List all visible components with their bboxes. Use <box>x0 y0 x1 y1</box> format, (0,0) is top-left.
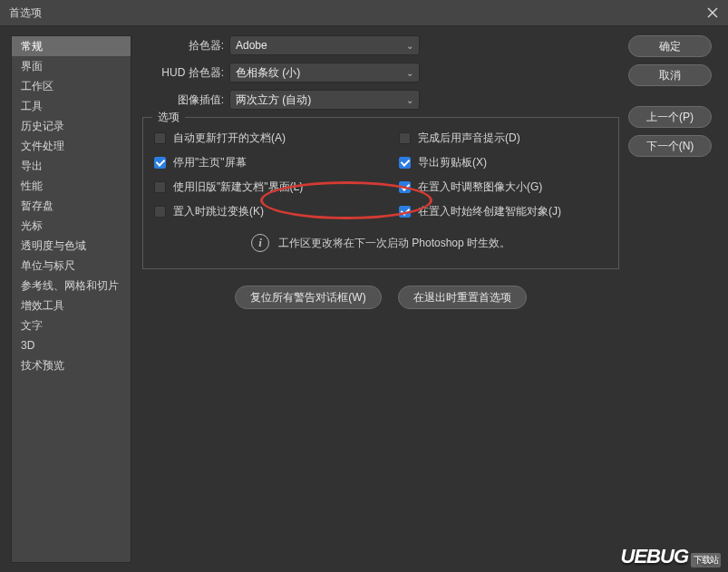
option-checkbox[interactable]: 停用"主页"屏幕 <box>154 155 399 170</box>
option-checkbox[interactable]: 置入时跳过变换(K) <box>154 204 399 219</box>
reset-on-quit-button[interactable]: 在退出时重置首选项 <box>398 286 527 309</box>
option-checkbox[interactable]: 使用旧版"新建文档"界面(L) <box>154 179 399 195</box>
row-interp: 图像插值: 两次立方 (自动) ⌄ <box>142 90 619 110</box>
sidebar-item[interactable]: 历史记录 <box>12 116 131 136</box>
checkbox-input[interactable] <box>154 181 166 193</box>
sidebar-item[interactable]: 文件处理 <box>12 136 131 156</box>
chevron-down-icon: ⌄ <box>406 95 413 105</box>
sidebar-item[interactable]: 光标 <box>12 216 131 236</box>
checkbox-label: 导出剪贴板(X) <box>418 155 487 170</box>
checkbox-input[interactable] <box>154 206 166 218</box>
under-buttons: 复位所有警告对话框(W) 在退出时重置首选项 <box>142 286 619 309</box>
ok-button[interactable]: 确定 <box>628 35 712 57</box>
picker-label: 拾色器: <box>142 38 229 53</box>
option-checkbox[interactable]: 在置入时始终创建智能对象(J) <box>399 204 607 219</box>
row-picker: 拾色器: Adobe ⌄ <box>142 35 619 55</box>
sidebar-item[interactable]: 暂存盘 <box>12 196 131 216</box>
option-checkbox[interactable]: 在置入时调整图像大小(G) <box>399 179 607 195</box>
sidebar-item[interactable]: 性能 <box>12 176 131 196</box>
interp-label: 图像插值: <box>142 92 229 108</box>
options-grid: 自动更新打开的文档(A)完成后用声音提示(D)停用"主页"屏幕导出剪贴板(X)使… <box>154 131 607 219</box>
checkbox-input[interactable] <box>399 157 411 169</box>
sidebar-item[interactable]: 文字 <box>12 315 131 335</box>
checkbox-label: 停用"主页"屏幕 <box>173 155 247 170</box>
preferences-sidebar: 常规界面工作区工具历史记录文件处理导出性能暂存盘光标透明度与色域单位与标尺参考线… <box>11 35 131 563</box>
sidebar-item[interactable]: 3D <box>12 335 131 355</box>
checkbox-input[interactable] <box>154 132 166 144</box>
cancel-button[interactable]: 取消 <box>628 64 712 86</box>
chevron-down-icon: ⌄ <box>406 68 413 78</box>
sidebar-item[interactable]: 常规 <box>12 36 131 56</box>
row-hud: HUD 拾色器: 色相条纹 (小) ⌄ <box>142 63 619 82</box>
sidebar-item[interactable]: 导出 <box>12 156 131 176</box>
preferences-panel: 拾色器: Adobe ⌄ HUD 拾色器: 色相条纹 (小) ⌄ 图像插值: 两… <box>139 26 728 572</box>
sidebar-item[interactable]: 工作区 <box>12 76 131 96</box>
checkbox-label: 在置入时调整图像大小(G) <box>418 179 542 195</box>
hud-select[interactable]: 色相条纹 (小) ⌄ <box>229 63 420 82</box>
checkbox-input[interactable] <box>399 132 411 144</box>
interp-select[interactable]: 两次立方 (自动) ⌄ <box>229 90 420 110</box>
option-checkbox[interactable]: 导出剪贴板(X) <box>399 155 607 170</box>
close-button[interactable] <box>706 6 719 19</box>
dialog-content: 常规界面工作区工具历史记录文件处理导出性能暂存盘光标透明度与色域单位与标尺参考线… <box>0 26 728 572</box>
sidebar-item[interactable]: 单位与标尺 <box>12 256 131 276</box>
hud-value: 色相条纹 (小) <box>236 65 300 81</box>
sidebar-item[interactable]: 参考线、网格和切片 <box>12 276 131 296</box>
options-fieldset: 选项 自动更新打开的文档(A)完成后用声音提示(D)停用"主页"屏幕导出剪贴板(… <box>142 117 619 269</box>
info-text: 工作区更改将在下一次启动 Photoshop 时生效。 <box>278 236 510 251</box>
checkbox-label: 完成后用声音提示(D) <box>418 131 520 146</box>
option-checkbox[interactable]: 自动更新打开的文档(A) <box>154 131 399 146</box>
dialog-buttons: 确定 取消 上一个(P) 下一个(N) <box>628 35 717 563</box>
checkbox-input[interactable] <box>154 157 166 169</box>
reset-dialogs-button[interactable]: 复位所有警告对话框(W) <box>235 286 381 309</box>
sidebar-item[interactable]: 界面 <box>12 56 131 76</box>
checkbox-label: 置入时跳过变换(K) <box>173 204 264 219</box>
sidebar-item[interactable]: 工具 <box>12 96 131 116</box>
checkbox-input[interactable] <box>399 206 411 218</box>
options-legend: 选项 <box>152 110 185 125</box>
info-row: i 工作区更改将在下一次启动 Photoshop 时生效。 <box>154 234 607 252</box>
info-icon: i <box>251 234 269 252</box>
sidebar-item[interactable]: 技术预览 <box>12 355 131 375</box>
window-title: 首选项 <box>9 5 42 21</box>
checkbox-label: 使用旧版"新建文档"界面(L) <box>173 179 303 195</box>
sidebar-item[interactable]: 透明度与色域 <box>12 236 131 256</box>
next-button[interactable]: 下一个(N) <box>628 135 712 157</box>
prev-button[interactable]: 上一个(P) <box>628 106 712 128</box>
close-icon <box>707 7 718 18</box>
picker-select[interactable]: Adobe ⌄ <box>229 35 420 55</box>
option-checkbox[interactable]: 完成后用声音提示(D) <box>399 131 607 146</box>
checkbox-input[interactable] <box>399 181 411 193</box>
checkbox-label: 自动更新打开的文档(A) <box>173 131 286 146</box>
chevron-down-icon: ⌄ <box>406 41 413 51</box>
hud-label: HUD 拾色器: <box>142 65 229 81</box>
sidebar-item[interactable]: 增效工具 <box>12 296 131 315</box>
picker-value: Adobe <box>236 39 267 52</box>
titlebar: 首选项 <box>0 0 728 26</box>
settings-column: 拾色器: Adobe ⌄ HUD 拾色器: 色相条纹 (小) ⌄ 图像插值: 两… <box>142 35 619 563</box>
checkbox-label: 在置入时始终创建智能对象(J) <box>418 204 561 219</box>
interp-value: 两次立方 (自动) <box>236 92 311 108</box>
